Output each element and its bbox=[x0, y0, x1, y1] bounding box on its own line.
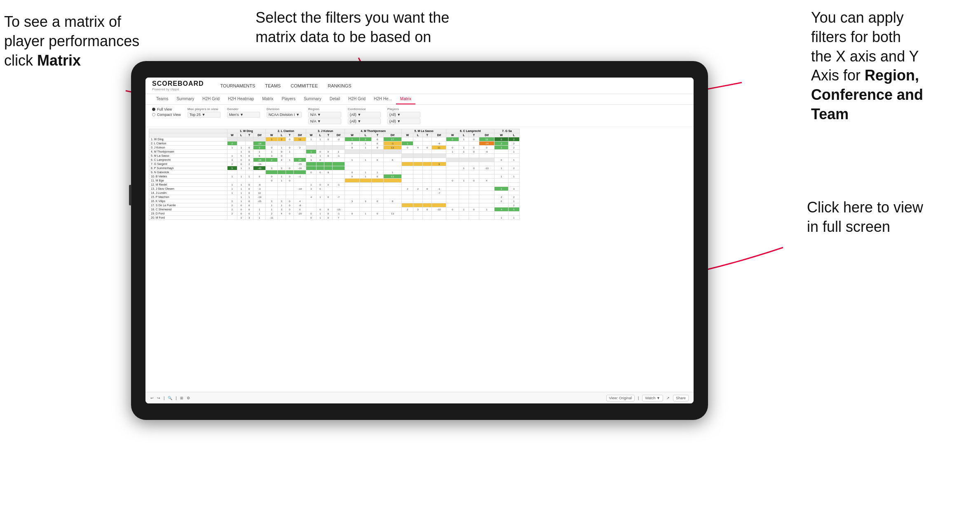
tab-matrix[interactable]: Matrix bbox=[258, 94, 277, 104]
cell bbox=[446, 216, 459, 220]
cell bbox=[316, 174, 324, 179]
filter-max-players-select[interactable]: Top 25 ▼ bbox=[188, 112, 220, 118]
cell bbox=[324, 203, 333, 207]
cell bbox=[402, 166, 413, 170]
tab-matrix-active[interactable]: Matrix bbox=[396, 94, 415, 104]
filter-players-y-select[interactable]: (All) ▼ bbox=[387, 118, 420, 124]
radio-full-view[interactable]: Full View bbox=[152, 107, 181, 111]
cell bbox=[253, 137, 266, 141]
player-name-18: 18. C Sherwood bbox=[149, 207, 227, 212]
th-l4: L bbox=[360, 133, 372, 137]
cell bbox=[422, 216, 432, 220]
cell: 1 bbox=[306, 150, 316, 154]
cell bbox=[278, 183, 286, 187]
nav-committee[interactable]: COMMITTEE bbox=[291, 82, 318, 89]
cell bbox=[324, 179, 333, 183]
cell: 1 bbox=[237, 187, 245, 191]
filter-conference-y-select[interactable]: (All) ▼ bbox=[348, 118, 381, 124]
cell bbox=[306, 199, 316, 203]
cell: 0 bbox=[371, 158, 383, 162]
filter-players-x-select[interactable]: (All) ▼ bbox=[387, 112, 420, 118]
cell bbox=[316, 141, 324, 146]
cell: 0 bbox=[245, 212, 253, 216]
filter-division-select[interactable]: NCAA Division I ▼ bbox=[267, 112, 302, 118]
cell bbox=[422, 183, 432, 187]
tab-teams[interactable]: Teams bbox=[152, 94, 172, 104]
table-row: 20. M Ford 3 3 1 -11 0 1 0 7 bbox=[149, 216, 520, 220]
cell bbox=[469, 158, 479, 162]
cell bbox=[360, 183, 372, 187]
cell bbox=[345, 162, 359, 166]
tab-h2h-grid[interactable]: H2H Grid bbox=[198, 94, 224, 104]
tab-players[interactable]: Players bbox=[278, 94, 300, 104]
table-row: 17. S De La Fuente 2 0 0 1 1 0 -8 bbox=[149, 203, 520, 207]
filter-gender: Gender Men's ▼ bbox=[227, 107, 260, 118]
toolbar-share-icon[interactable]: ↗ bbox=[666, 396, 670, 400]
cell bbox=[371, 187, 383, 191]
cell: 2 bbox=[227, 207, 237, 212]
cell bbox=[422, 212, 432, 216]
cell bbox=[286, 141, 294, 146]
tab-h2h-heatmap[interactable]: H2H Heatmap bbox=[224, 94, 258, 104]
filter-region-y-select[interactable]: N/A ▼ bbox=[308, 118, 341, 124]
cell bbox=[294, 150, 306, 154]
nav-teams[interactable]: TEAMS bbox=[265, 82, 281, 89]
toolbar-settings-icon[interactable]: ⚙ bbox=[187, 396, 190, 400]
filter-conference-x-select[interactable]: (All) ▼ bbox=[348, 112, 381, 118]
cell: 1 bbox=[360, 170, 372, 174]
toolbar-grid-icon[interactable]: ⊞ bbox=[180, 396, 183, 400]
th-w7: W bbox=[495, 133, 509, 137]
cell: 0 bbox=[245, 203, 253, 207]
tab-summary2[interactable]: Summary bbox=[300, 94, 326, 104]
nav-tournaments[interactable]: TOURNAMENTS bbox=[220, 82, 256, 89]
cell bbox=[383, 150, 402, 154]
cell: 1 bbox=[495, 174, 509, 179]
tab-summary[interactable]: Summary bbox=[172, 94, 198, 104]
filter-region-x-select[interactable]: N/A ▼ bbox=[308, 112, 341, 118]
cell bbox=[432, 154, 446, 158]
tab-h2h-grid2[interactable]: H2H Grid bbox=[344, 94, 370, 104]
view-original-button[interactable]: View: Original bbox=[606, 395, 635, 401]
cell bbox=[237, 141, 245, 146]
cell bbox=[383, 191, 402, 195]
cell bbox=[446, 195, 459, 199]
cell bbox=[345, 154, 359, 158]
filter-gender-select[interactable]: Men's ▼ bbox=[227, 112, 260, 118]
cell bbox=[266, 162, 278, 166]
cell: 1 bbox=[237, 150, 245, 154]
toolbar-redo-icon[interactable]: ↪ bbox=[157, 396, 160, 400]
cell bbox=[422, 203, 432, 207]
cell bbox=[345, 203, 359, 207]
cell: 0 bbox=[324, 195, 333, 199]
cell: 0 bbox=[469, 166, 479, 170]
cell bbox=[360, 207, 372, 212]
toolbar-undo-icon[interactable]: ↩ bbox=[150, 396, 154, 400]
cell bbox=[432, 166, 446, 170]
cell: -2 bbox=[332, 137, 345, 141]
radio-compact-view-label: Compact View bbox=[157, 113, 181, 117]
nav-rankings[interactable]: RANKINGS bbox=[328, 82, 351, 89]
cell bbox=[432, 170, 446, 174]
ann-tc-text: Select the filters you want the matrix d… bbox=[256, 9, 449, 45]
filters-area: Full View Compact View Max players in vi… bbox=[145, 105, 694, 127]
cell: 0 bbox=[294, 207, 306, 212]
share-button[interactable]: Share bbox=[673, 395, 689, 401]
cell: 1 bbox=[360, 212, 372, 216]
cell bbox=[345, 216, 359, 220]
cell: 1 bbox=[345, 137, 359, 141]
toolbar-zoom-icon[interactable]: 🔍 bbox=[168, 396, 172, 400]
cell bbox=[459, 216, 469, 220]
cell: 7 bbox=[332, 216, 345, 220]
tab-h2hhe[interactable]: H2H He... bbox=[370, 94, 396, 104]
radio-compact-view[interactable]: Compact View bbox=[152, 113, 181, 117]
tab-detail[interactable]: Detail bbox=[326, 94, 345, 104]
cell bbox=[245, 170, 253, 174]
cell: 0 bbox=[286, 174, 294, 179]
cell bbox=[253, 170, 266, 174]
watch-button[interactable]: Watch ▼ bbox=[642, 395, 663, 401]
cell bbox=[402, 137, 413, 141]
cell bbox=[245, 141, 253, 146]
cell: -1 bbox=[332, 183, 345, 187]
cell: 1 bbox=[332, 150, 345, 154]
matrix-area[interactable]: 1. W Ding 2. L Clanton 3. J Koivun 4. M … bbox=[145, 127, 694, 387]
